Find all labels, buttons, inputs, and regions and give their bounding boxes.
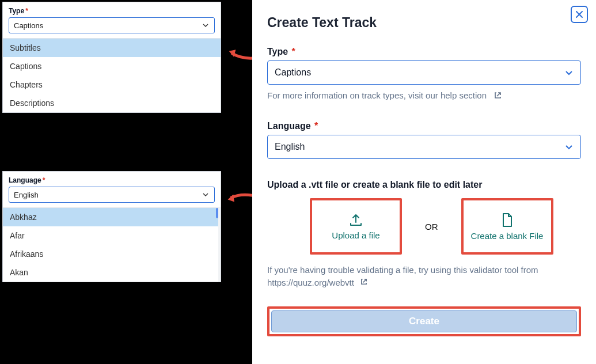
language-option[interactable]: Akan xyxy=(3,263,218,282)
type-label-mini: Type* xyxy=(9,7,215,15)
type-dropdown-panel: Type* Captions Subtitles Captions Chapte… xyxy=(2,2,221,113)
type-options-list: Subtitles Captions Chapters Descriptions xyxy=(3,38,221,112)
type-select-value: Captions xyxy=(14,21,43,30)
language-option[interactable]: Afrikaans xyxy=(3,245,218,263)
language-label-mini: Language* xyxy=(9,176,215,184)
external-link-icon xyxy=(493,91,502,100)
language-field-label: Language * xyxy=(267,121,581,131)
type-option[interactable]: Chapters xyxy=(3,75,221,94)
type-select-mini[interactable]: Captions xyxy=(9,17,215,33)
language-select-value: English xyxy=(14,191,39,199)
chevron-down-icon xyxy=(564,142,574,151)
highlight-box: Create a blank File xyxy=(461,198,553,255)
language-option[interactable]: Abkhaz xyxy=(3,208,218,226)
validator-note: If you're having trouble validating a fi… xyxy=(267,264,581,289)
highlight-box: Create xyxy=(267,306,581,336)
chevron-down-icon xyxy=(202,21,210,29)
highlight-box: Upload a file xyxy=(310,198,402,255)
type-option[interactable]: Captions xyxy=(3,57,221,75)
type-field-label: Type * xyxy=(267,47,581,57)
external-link-icon xyxy=(360,278,368,286)
upload-icon xyxy=(348,213,363,227)
create-blank-file-button[interactable]: Create a blank File xyxy=(465,202,550,251)
language-options-list: Abkhaz Afar Afrikaans Akan xyxy=(3,207,221,282)
file-icon xyxy=(501,213,514,227)
type-option[interactable]: Descriptions xyxy=(3,94,221,112)
type-select-value: Captions xyxy=(275,67,311,78)
language-select[interactable]: English xyxy=(267,135,581,159)
create-button[interactable]: Create xyxy=(271,310,577,332)
type-help-link[interactable]: For more information on track types, vis… xyxy=(267,90,581,100)
upload-file-button[interactable]: Upload a file xyxy=(313,202,398,251)
language-select-value: English xyxy=(275,142,305,152)
close-button[interactable] xyxy=(571,6,588,23)
chevron-down-icon xyxy=(202,191,210,199)
language-option[interactable]: Afar xyxy=(3,226,218,245)
chevron-down-icon xyxy=(564,68,574,77)
callout-arrow xyxy=(227,187,255,205)
or-separator: OR xyxy=(425,222,438,232)
scrollbar-thumb[interactable] xyxy=(216,208,218,218)
create-text-track-dialog: Create Text Track Type * Captions For mo… xyxy=(252,0,596,364)
language-select-mini[interactable]: English xyxy=(9,187,215,203)
language-dropdown-panel: Language* English Abkhaz Afar Afrikaans … xyxy=(2,171,221,282)
callout-arrow xyxy=(227,44,254,59)
type-option[interactable]: Subtitles xyxy=(3,39,221,57)
upload-section-heading: Upload a .vtt file or create a blank fil… xyxy=(267,180,581,190)
type-select[interactable]: Captions xyxy=(267,60,581,85)
dialog-title: Create Text Track xyxy=(267,15,581,31)
upload-options-row: Upload a file OR Create a blank File xyxy=(267,198,581,255)
